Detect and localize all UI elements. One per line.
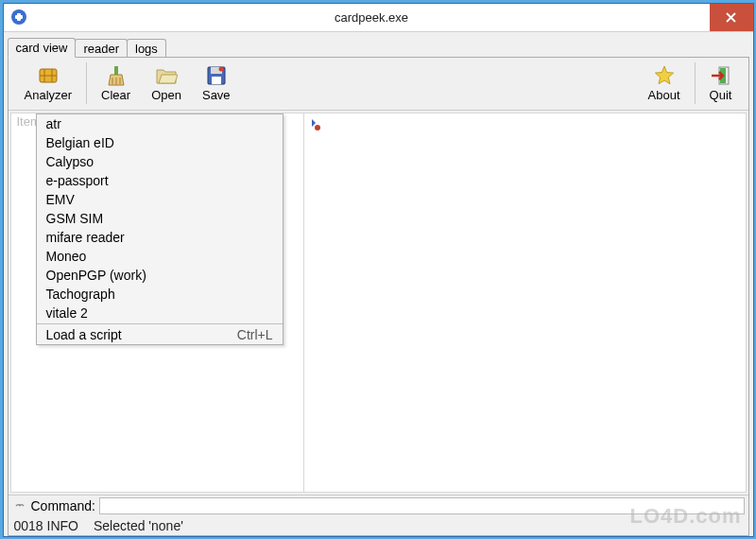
svg-point-7	[218, 67, 223, 72]
folder-icon	[155, 64, 178, 87]
broom-icon	[105, 64, 128, 87]
menu-item-epassport[interactable]: e-passport	[37, 171, 283, 190]
close-button[interactable]	[710, 4, 753, 31]
menu-separator	[37, 323, 283, 324]
window-buttons	[710, 4, 753, 31]
quit-button[interactable]: Quit	[699, 59, 743, 108]
window-title: cardpeek.exe	[34, 10, 710, 25]
menu-item-openpgp[interactable]: OpenPGP (work)	[37, 266, 283, 285]
menu-item-belgian-eid[interactable]: Belgian eID	[37, 133, 283, 152]
tab-logs[interactable]: logs	[127, 39, 166, 58]
about-label: About	[648, 88, 680, 102]
link-icon	[12, 498, 27, 513]
status-bar: 0018 INFO Selected 'none'	[9, 516, 748, 535]
svg-point-10	[315, 125, 320, 130]
tab-reader[interactable]: reader	[75, 39, 128, 58]
detail-pane	[304, 113, 746, 492]
status-code: 0018 INFO	[14, 518, 78, 533]
status-text: Selected 'none'	[94, 518, 183, 533]
menu-shortcut: Ctrl+L	[237, 327, 273, 342]
tab-card-view[interactable]: card view	[8, 38, 77, 58]
menu-item-emv[interactable]: EMV	[37, 190, 283, 209]
command-input[interactable]	[99, 497, 745, 514]
menu-item-tachograph[interactable]: Tachograph	[37, 285, 283, 304]
about-button[interactable]: About	[638, 59, 691, 108]
menu-item-vitale2[interactable]: vitale 2	[37, 304, 283, 322]
app-icon	[11, 9, 26, 25]
bottom-area: Command: 0018 INFO Selected 'none'	[9, 495, 748, 535]
svg-rect-6	[212, 77, 221, 84]
separator	[695, 62, 696, 104]
save-button[interactable]: Save	[192, 59, 241, 108]
save-label: Save	[202, 88, 231, 102]
menu-item-atr[interactable]: atr	[37, 114, 283, 133]
exit-icon	[710, 64, 732, 87]
close-icon	[726, 12, 736, 23]
quit-label: Quit	[710, 88, 732, 102]
analyzer-button[interactable]: Analyzer	[14, 59, 83, 108]
menu-item-mifare[interactable]: mifare reader	[37, 228, 283, 247]
tab-page: Analyzer Clear Open	[8, 57, 749, 536]
clear-label: Clear	[101, 88, 130, 102]
floppy-icon	[205, 64, 228, 87]
client-area: card view reader logs Analyzer Clear	[4, 32, 753, 536]
open-label: Open	[151, 88, 181, 102]
star-icon	[653, 64, 676, 87]
chip-icon	[37, 64, 60, 87]
command-label: Command:	[31, 498, 95, 513]
content-area: Items Size Interpreted value atr Belgian…	[10, 113, 747, 493]
titlebar: cardpeek.exe	[4, 4, 753, 32]
clear-button[interactable]: Clear	[91, 59, 141, 108]
menu-item-gsm-sim[interactable]: GSM SIM	[37, 209, 283, 228]
menu-item-moneo[interactable]: Moneo	[37, 247, 283, 266]
command-row: Command:	[9, 496, 748, 516]
node-icon	[308, 121, 323, 135]
separator	[86, 62, 87, 104]
tab-strip: card view reader logs	[8, 36, 749, 57]
tree-pane[interactable]: Items Size Interpreted value atr Belgian…	[11, 113, 304, 492]
menu-item-calypso[interactable]: Calypso	[37, 152, 283, 171]
toolbar: Analyzer Clear Open	[9, 58, 748, 111]
open-button[interactable]: Open	[141, 59, 192, 108]
svg-rect-1	[15, 15, 23, 19]
svg-rect-3	[114, 66, 118, 75]
analyzer-menu: atr Belgian eID Calypso e-passport EMV G…	[36, 113, 284, 345]
analyzer-label: Analyzer	[25, 88, 73, 102]
menu-item-load-script[interactable]: Load a script Ctrl+L	[37, 325, 283, 344]
app-window: cardpeek.exe card view reader logs Analy…	[3, 3, 754, 537]
